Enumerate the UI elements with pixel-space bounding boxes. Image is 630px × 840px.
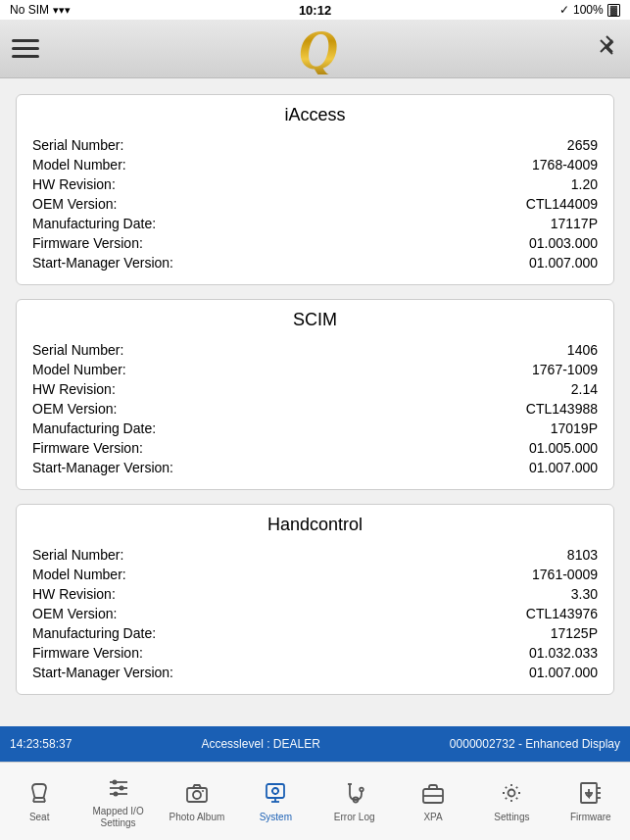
info-value: 2659 bbox=[567, 137, 598, 153]
info-value: 17125P bbox=[551, 625, 598, 641]
access-level: Accesslevel : DEALER bbox=[201, 737, 319, 751]
info-row: Firmware Version:01.032.033 bbox=[32, 643, 598, 663]
info-label: Firmware Version: bbox=[32, 440, 143, 456]
info-value: 01.003.000 bbox=[529, 235, 598, 251]
info-label: Model Number: bbox=[32, 567, 126, 582]
tab-item-xpa[interactable]: XPA bbox=[394, 780, 472, 823]
tab-label-seat: Seat bbox=[29, 812, 50, 823]
info-row: Start-Manager Version:01.007.000 bbox=[32, 663, 598, 682]
info-label: HW Revision: bbox=[32, 381, 116, 397]
logo-svg: Q bbox=[257, 24, 374, 74]
info-row: OEM Version:CTL143976 bbox=[32, 604, 598, 623]
svg-point-8 bbox=[193, 791, 201, 799]
info-value: 17117P bbox=[551, 216, 598, 231]
info-row: Serial Number:8103 bbox=[32, 545, 598, 565]
info-row: OEM Version:CTL144009 bbox=[32, 194, 598, 214]
info-value: 01.007.000 bbox=[529, 665, 598, 680]
info-row: Serial Number:1406 bbox=[32, 340, 598, 360]
stethoscope-icon bbox=[342, 780, 367, 810]
svg-point-4 bbox=[112, 779, 117, 784]
info-value: 17019P bbox=[551, 420, 598, 436]
header: Q bbox=[0, 20, 630, 78]
menu-button[interactable] bbox=[12, 39, 39, 58]
tab-label-photo-album: Photo Album bbox=[170, 812, 225, 823]
info-label: HW Revision: bbox=[32, 586, 116, 602]
info-value: 01.007.000 bbox=[529, 255, 598, 271]
status-time: 14:23:58:37 bbox=[10, 737, 72, 751]
info-row: Manufacturing Date:17019P bbox=[32, 419, 598, 438]
info-row: Firmware Version:01.005.000 bbox=[32, 438, 598, 458]
info-row: OEM Version:CTL143988 bbox=[32, 399, 598, 419]
tab-item-seat[interactable]: Seat bbox=[0, 780, 78, 823]
tab-item-error-log[interactable]: Error Log bbox=[315, 780, 394, 823]
camera-icon bbox=[184, 780, 210, 810]
tab-label-firmware: Firmware bbox=[570, 812, 611, 823]
svg-point-9 bbox=[202, 790, 204, 792]
info-value: CTL144009 bbox=[526, 196, 598, 212]
battery-icon: ▓ bbox=[607, 4, 620, 17]
info-value: 3.30 bbox=[571, 586, 598, 602]
info-label: OEM Version: bbox=[32, 401, 117, 417]
bluetooth-status-icon: ✓ bbox=[559, 3, 569, 17]
info-row: Model Number:1767-1009 bbox=[32, 360, 598, 379]
download-icon bbox=[578, 780, 604, 810]
info-value: 01.007.000 bbox=[529, 460, 598, 475]
info-value: 1768-4009 bbox=[532, 157, 598, 173]
info-row: HW Revision:1.20 bbox=[32, 174, 598, 194]
info-label: OEM Version: bbox=[32, 606, 117, 621]
battery-area: ✓ 100% ▓ bbox=[559, 3, 620, 17]
tab-bar: Seat Mapped I/O Settings Photo Album Sys… bbox=[0, 762, 630, 840]
info-label: Manufacturing Date: bbox=[32, 216, 156, 231]
info-value: 01.005.000 bbox=[529, 440, 598, 456]
info-label: Model Number: bbox=[32, 157, 126, 173]
status-bar: No SIM ▾▾▾ 10:12 ✓ 100% ▓ bbox=[0, 0, 630, 20]
info-value: 2.14 bbox=[571, 381, 598, 397]
tab-item-settings[interactable]: Settings bbox=[472, 780, 551, 823]
info-value: CTL143988 bbox=[526, 401, 598, 417]
svg-text:Q: Q bbox=[298, 24, 336, 74]
tab-item-mapped-io[interactable]: Mapped I/O Settings bbox=[79, 774, 158, 829]
info-value: 8103 bbox=[567, 547, 598, 563]
battery-text: 100% bbox=[573, 3, 604, 17]
info-value: 1406 bbox=[567, 342, 598, 358]
info-card-handcontrol: HandcontrolSerial Number:8103Model Numbe… bbox=[16, 504, 614, 695]
svg-point-22 bbox=[509, 789, 515, 796]
info-row: Firmware Version:01.003.000 bbox=[32, 233, 598, 253]
info-value: 1767-1009 bbox=[532, 362, 598, 377]
status-strip: 14:23:58:37 Accesslevel : DEALER 0000002… bbox=[0, 726, 630, 762]
card-title-0: iAccess bbox=[32, 105, 598, 125]
carrier-info: No SIM ▾▾▾ bbox=[10, 3, 71, 17]
info-label: OEM Version: bbox=[32, 196, 117, 212]
info-label: Model Number: bbox=[32, 362, 126, 377]
info-row: Start-Manager Version:01.007.000 bbox=[32, 253, 598, 272]
info-value: CTL143976 bbox=[526, 606, 598, 621]
info-row: Start-Manager Version:01.007.000 bbox=[32, 458, 598, 477]
info-row: HW Revision:3.30 bbox=[32, 584, 598, 604]
info-row: Model Number:1768-4009 bbox=[32, 155, 598, 174]
info-card-iaccess: iAccessSerial Number:2659Model Number:17… bbox=[16, 94, 614, 285]
info-label: Start-Manager Version: bbox=[32, 665, 173, 680]
tab-label-xpa: XPA bbox=[423, 812, 442, 823]
tab-label-mapped-io: Mapped I/O Settings bbox=[79, 806, 158, 829]
wifi-icon: ▾▾▾ bbox=[53, 4, 71, 17]
card-title-1: SCIM bbox=[32, 310, 598, 330]
tab-label-system: System bbox=[260, 812, 292, 823]
bluetooth-button[interactable] bbox=[595, 34, 618, 64]
tab-item-firmware[interactable]: Firmware bbox=[552, 780, 630, 823]
tab-label-settings: Settings bbox=[494, 812, 529, 823]
svg-rect-10 bbox=[267, 784, 284, 798]
info-value: 01.032.033 bbox=[529, 645, 598, 661]
info-row: Manufacturing Date:17117P bbox=[32, 214, 598, 233]
tab-item-photo-album[interactable]: Photo Album bbox=[158, 780, 236, 823]
svg-rect-7 bbox=[187, 788, 207, 802]
info-row: Model Number:1761-0009 bbox=[32, 565, 598, 584]
info-label: Serial Number: bbox=[32, 137, 123, 153]
info-value: 1761-0009 bbox=[532, 567, 598, 582]
info-label: Start-Manager Version: bbox=[32, 460, 173, 475]
tab-item-system[interactable]: System bbox=[236, 780, 315, 823]
settings-sliders-icon bbox=[106, 774, 131, 804]
seat-icon bbox=[26, 780, 52, 810]
clock: 10:12 bbox=[299, 3, 331, 18]
info-row: Manufacturing Date:17125P bbox=[32, 623, 598, 643]
info-value: 1.20 bbox=[571, 176, 598, 192]
